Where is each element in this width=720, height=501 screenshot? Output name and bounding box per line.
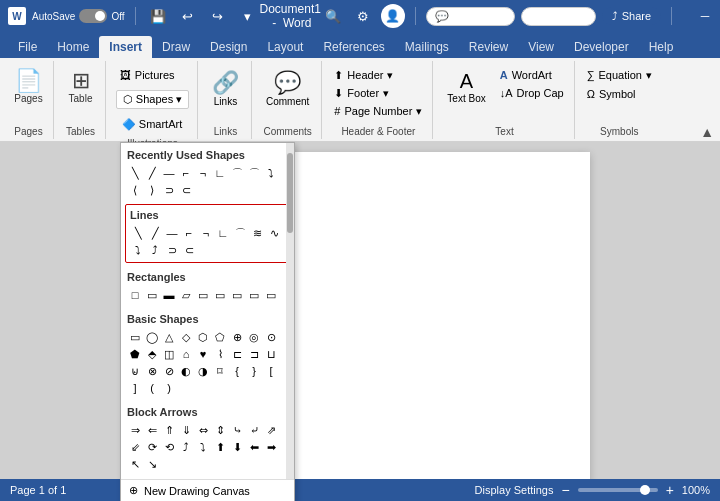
shape-item[interactable]: ⬆: [212, 439, 228, 455]
minimize-button[interactable]: ─: [682, 0, 720, 32]
shape-item[interactable]: ⬅: [246, 439, 262, 455]
tab-layout[interactable]: Layout: [257, 36, 313, 58]
shape-item[interactable]: ╲: [127, 165, 143, 181]
editing-button[interactable]: ✏ Editing ▾: [521, 7, 596, 26]
footer-button[interactable]: ⬇ Footer ▾: [330, 85, 426, 102]
settings-button[interactable]: ⚙: [351, 4, 375, 28]
shape-item[interactable]: ⬇: [229, 439, 245, 455]
shape-item[interactable]: ⌐: [181, 225, 197, 241]
shape-item[interactable]: ⤷: [229, 422, 245, 438]
shape-item[interactable]: (: [144, 380, 160, 396]
shape-item[interactable]: ▭: [144, 287, 160, 303]
shape-item[interactable]: ): [161, 380, 177, 396]
shape-item[interactable]: ⊃: [164, 242, 180, 258]
tab-design[interactable]: Design: [200, 36, 257, 58]
shape-item[interactable]: ⌒: [246, 165, 262, 181]
shape-item[interactable]: ▭: [195, 287, 211, 303]
header-button[interactable]: ⬆ Header ▾: [330, 67, 426, 84]
zoom-slider[interactable]: [578, 488, 658, 492]
shape-item[interactable]: ⊂: [181, 242, 197, 258]
shape-item[interactable]: ▭: [212, 287, 228, 303]
more-tools-button[interactable]: ▾: [236, 4, 260, 28]
text-wordart-button[interactable]: A WordArt: [496, 67, 568, 83]
textbox-button[interactable]: A Text Box: [441, 67, 491, 107]
shape-item[interactable]: ╲: [130, 225, 146, 241]
shape-item[interactable]: ⟲: [161, 439, 177, 455]
shape-item[interactable]: ⤴: [147, 242, 163, 258]
shape-item[interactable]: ⊔: [263, 346, 279, 362]
smartart-button[interactable]: 🔷 SmartArt: [116, 115, 188, 134]
shape-item[interactable]: ╱: [147, 225, 163, 241]
shape-item[interactable]: ↖: [127, 456, 143, 472]
shape-item[interactable]: ⌒: [232, 225, 248, 241]
tab-home[interactable]: Home: [47, 36, 99, 58]
shape-item[interactable]: ↘: [144, 456, 160, 472]
shape-item[interactable]: ⇔: [195, 422, 211, 438]
new-drawing-canvas-button[interactable]: ⊕ New Drawing Canvas: [121, 479, 294, 501]
shape-item[interactable]: ¬: [198, 225, 214, 241]
shape-item[interactable]: ➡: [263, 439, 279, 455]
shape-item[interactable]: ⊙: [263, 329, 279, 345]
share-button[interactable]: ⤴ Share: [602, 7, 661, 25]
shape-item[interactable]: ◑: [195, 363, 211, 379]
shape-item[interactable]: ⟩: [144, 182, 160, 198]
shape-item[interactable]: ⬘: [144, 346, 160, 362]
shape-item[interactable]: ⌂: [178, 346, 194, 362]
shape-item[interactable]: ▭: [246, 287, 262, 303]
shape-item[interactable]: ⬟: [127, 346, 143, 362]
user-avatar[interactable]: 👤: [381, 4, 405, 28]
shape-item[interactable]: ◎: [246, 329, 262, 345]
pictures-button[interactable]: 🖼 Pictures: [116, 67, 179, 83]
shape-item[interactable]: ▭: [127, 329, 143, 345]
comments-button[interactable]: 💬 Comments: [426, 7, 515, 26]
shape-item[interactable]: ⊘: [161, 363, 177, 379]
shape-item[interactable]: ¬: [195, 165, 211, 181]
shape-item[interactable]: }: [246, 363, 262, 379]
tab-developer[interactable]: Developer: [564, 36, 639, 58]
shape-item[interactable]: {: [229, 363, 245, 379]
shape-item[interactable]: ⊃: [161, 182, 177, 198]
autosave-toggle[interactable]: [79, 9, 107, 23]
shape-item[interactable]: ∿: [266, 225, 282, 241]
table-button[interactable]: ⊞ Table: [63, 67, 99, 107]
tab-view[interactable]: View: [518, 36, 564, 58]
tab-mailings[interactable]: Mailings: [395, 36, 459, 58]
shape-item[interactable]: ⤵: [130, 242, 146, 258]
shape-item[interactable]: ◇: [178, 329, 194, 345]
shape-item[interactable]: ⊂: [178, 182, 194, 198]
pages-button[interactable]: 📄 Pages: [10, 67, 46, 107]
shape-item[interactable]: ⬠: [212, 329, 228, 345]
shape-item[interactable]: ◐: [178, 363, 194, 379]
shape-item[interactable]: △: [161, 329, 177, 345]
shape-item[interactable]: ▭: [263, 287, 279, 303]
tab-review[interactable]: Review: [459, 36, 518, 58]
shape-item[interactable]: ⇐: [144, 422, 160, 438]
ribbon-collapse-button[interactable]: ▲: [700, 124, 714, 140]
shape-item[interactable]: ⤶: [246, 422, 262, 438]
shape-item[interactable]: ♥: [195, 346, 211, 362]
shape-item[interactable]: —: [161, 165, 177, 181]
shape-item[interactable]: ⊕: [229, 329, 245, 345]
shape-item[interactable]: ≋: [249, 225, 265, 241]
shape-item[interactable]: ⇙: [127, 439, 143, 455]
tab-help[interactable]: Help: [639, 36, 684, 58]
shape-item[interactable]: ∟: [215, 225, 231, 241]
links-button[interactable]: 🔗 Links: [206, 67, 245, 110]
shape-item[interactable]: ⊏: [229, 346, 245, 362]
shape-item[interactable]: ⊌: [127, 363, 143, 379]
shape-item[interactable]: ⤴: [178, 439, 194, 455]
shape-item[interactable]: [: [263, 363, 279, 379]
display-settings-label[interactable]: Display Settings: [475, 484, 554, 496]
shapes-scrollbar[interactable]: [286, 143, 294, 501]
shape-item[interactable]: ⇕: [212, 422, 228, 438]
shape-item[interactable]: □: [127, 287, 143, 303]
shape-item[interactable]: ⊗: [144, 363, 160, 379]
save-button[interactable]: 💾: [146, 4, 170, 28]
shape-item[interactable]: ⌐: [178, 165, 194, 181]
shape-item[interactable]: ⇓: [178, 422, 194, 438]
shape-item[interactable]: ]: [127, 380, 143, 396]
shape-item[interactable]: ⊐: [246, 346, 262, 362]
zoom-out-button[interactable]: −: [561, 482, 569, 498]
page-number-button[interactable]: # Page Number ▾: [330, 103, 426, 120]
redo-button[interactable]: ↪: [206, 4, 230, 28]
